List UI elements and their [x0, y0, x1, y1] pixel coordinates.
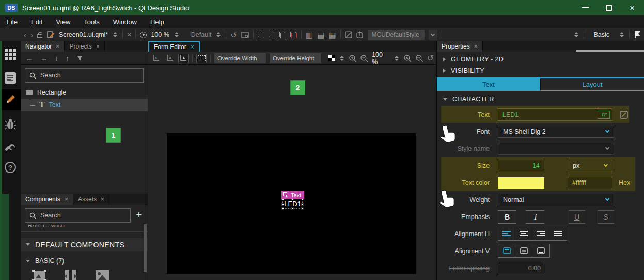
bookmark-flag-icon[interactable]	[635, 30, 641, 39]
flickable-component-icon[interactable]	[64, 270, 77, 280]
tab-assets[interactable]: Assets ×	[73, 194, 109, 205]
menu-view[interactable]: View	[56, 18, 70, 26]
no-snapping-icon[interactable]: x	[151, 54, 161, 63]
annotation-icon[interactable]	[345, 31, 352, 38]
move-down-icon[interactable]: ↓	[55, 54, 58, 63]
edit-document-icon[interactable]	[46, 30, 55, 39]
weight-dropdown[interactable]: Normal	[498, 194, 614, 206]
tab-form-editor[interactable]: Form Editor ×	[148, 41, 200, 52]
move-up-icon[interactable]: ↑	[66, 54, 69, 63]
size-unit-dropdown[interactable]: px	[568, 160, 612, 172]
minimize-button[interactable]	[582, 7, 589, 8]
scrollbar[interactable]	[576, 50, 644, 52]
workspace-icon[interactable]	[241, 32, 249, 38]
show-bounding-rect-icon[interactable]	[196, 54, 207, 63]
close-icon[interactable]: ×	[474, 43, 478, 50]
merge-with-star-icon[interactable]	[269, 32, 275, 38]
section-basic[interactable]: BASIC (7)	[21, 256, 148, 266]
style-dropdown-arrow[interactable]	[429, 30, 437, 40]
size-input[interactable]: 14	[498, 160, 544, 172]
text-color-swatch[interactable]	[498, 177, 544, 189]
close-icon[interactable]: ×	[96, 43, 100, 50]
menu-tools[interactable]: Tools	[84, 18, 99, 26]
menu-edit[interactable]: Edit	[31, 18, 42, 26]
filter-icon[interactable]	[76, 55, 83, 61]
resize-handle[interactable]	[301, 207, 304, 210]
snap-anchors-icon[interactable]: a	[165, 54, 175, 63]
maximize-button[interactable]	[606, 5, 612, 11]
zoom-all-icon[interactable]	[403, 54, 412, 63]
layout-row-icon[interactable]: ▥	[306, 31, 313, 39]
projects-mode-wrench-icon[interactable]	[0, 137, 21, 154]
tab-components[interactable]: Components ×	[21, 194, 73, 205]
components-search[interactable]	[25, 208, 131, 223]
move-right-icon[interactable]: →	[40, 54, 48, 63]
resize-handle[interactable]	[281, 203, 284, 206]
component-category-clipped[interactable]: RA6_L...witch	[21, 225, 148, 230]
align-justify-button[interactable]	[549, 227, 567, 240]
selected-text-item[interactable]: LED1	[282, 199, 303, 209]
tab-navigator[interactable]: Navigator ×	[21, 41, 65, 52]
italic-button[interactable]: i	[526, 210, 544, 224]
menu-file[interactable]: File	[7, 18, 18, 26]
style-name-dropdown[interactable]	[498, 143, 614, 155]
outline-group-icon[interactable]	[279, 32, 286, 38]
strikeout-button[interactable]: S	[598, 210, 614, 224]
section-default-components[interactable]: DEFAULT COMPONENTS	[21, 238, 148, 251]
canvas-zoom-value[interactable]: 100 %	[372, 51, 390, 66]
canvas-zoom-spinner[interactable]	[394, 56, 400, 61]
image-component-icon[interactable]	[95, 270, 109, 280]
zoom-selection-icon[interactable]	[415, 54, 423, 63]
sync-icon[interactable]: ↺	[230, 31, 237, 39]
zoom-in-icon[interactable]	[349, 54, 357, 63]
subtab-layout[interactable]: Layout	[540, 78, 644, 90]
layout-column-icon[interactable]: ▤	[317, 31, 324, 39]
close-icon[interactable]: ×	[56, 43, 59, 50]
debug-mode-icon[interactable]	[0, 115, 21, 133]
align-top-button[interactable]	[498, 244, 515, 257]
move-left-icon[interactable]: ←	[26, 54, 33, 63]
kit-spinner-left[interactable]	[573, 32, 579, 37]
reset-view-icon[interactable]: ↺	[427, 54, 434, 63]
align-bottom-button[interactable]	[532, 244, 549, 257]
zoom-spinner[interactable]	[174, 32, 180, 37]
search-input[interactable]	[40, 72, 139, 79]
navigator-search[interactable]	[25, 68, 144, 83]
resize-handle[interactable]	[291, 207, 294, 210]
snap-objects-icon[interactable]	[178, 54, 189, 63]
text-value-input[interactable]: LED1 tr	[498, 108, 612, 121]
tree-item-rectangle[interactable]: Rectangle	[21, 86, 148, 99]
unlock-icon[interactable]	[37, 34, 42, 38]
align-right-button[interactable]	[532, 227, 549, 240]
underline-button[interactable]: U	[569, 210, 585, 224]
back-icon[interactable]: ‹	[24, 31, 26, 39]
welcome-mode-icon[interactable]	[0, 45, 21, 63]
close-button[interactable]: ×	[630, 4, 635, 12]
document-spinner[interactable]	[112, 32, 118, 37]
font-dropdown[interactable]: MS Shell Dlg 2	[498, 126, 614, 138]
section-visibility[interactable]: VISIBILITY	[437, 65, 644, 76]
toolbar-zoom-value[interactable]: 100 %	[151, 31, 169, 38]
close-icon[interactable]: ×	[65, 196, 68, 203]
merge-template-icon[interactable]	[258, 32, 264, 38]
tree-item-text[interactable]: T Text	[21, 99, 148, 111]
design-mode-icon[interactable]	[0, 89, 21, 110]
group-refresh-icon[interactable]	[290, 32, 297, 38]
override-width-input[interactable]	[214, 53, 266, 63]
zoom-out-icon[interactable]	[360, 54, 368, 63]
selection-type-tag[interactable]: Text	[281, 191, 304, 199]
target-selector[interactable]: Default	[191, 31, 212, 38]
kit-spinner[interactable]	[619, 32, 625, 37]
kit-selector[interactable]: Basic	[593, 31, 609, 38]
layout-grid-icon[interactable]: ▦	[328, 31, 336, 39]
close-icon[interactable]: ×	[191, 43, 194, 51]
align-center-h-button[interactable]	[515, 227, 532, 240]
resize-handle[interactable]	[281, 207, 284, 210]
text-color-hex-input[interactable]: #ffffff	[568, 177, 612, 189]
tab-properties[interactable]: Properties ×	[437, 41, 483, 52]
close-icon[interactable]: ×	[101, 196, 104, 203]
run-icon[interactable]	[140, 32, 147, 38]
edit-text-icon[interactable]	[619, 110, 629, 119]
style-dropdown[interactable]: MCUDefaultStyle	[368, 30, 425, 40]
edit-mode-icon[interactable]	[0, 69, 21, 87]
